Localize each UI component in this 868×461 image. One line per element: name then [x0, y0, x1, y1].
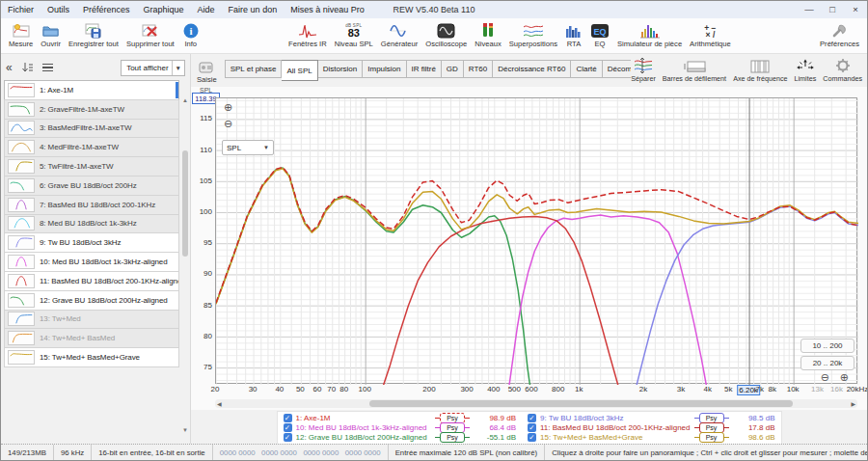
scrollbars-icon: [682, 58, 707, 73]
trace-checkbox[interactable]: ✓: [284, 414, 292, 422]
x-zoom-out-button[interactable]: ⊖: [821, 372, 829, 383]
minimize-button[interactable]: —: [798, 1, 821, 18]
rta-button[interactable]: RTA: [561, 19, 586, 53]
split-button[interactable]: Séparer: [631, 58, 656, 83]
preferences-button[interactable]: Préférences: [816, 19, 863, 53]
tab-distorsion[interactable]: Distorsion: [318, 60, 364, 78]
scroll-up-icon[interactable]: ▲: [181, 97, 189, 103]
scrollbar-thumb[interactable]: [182, 150, 188, 257]
save-all-button[interactable]: Enregistrer tout: [65, 19, 122, 53]
trace-checkbox[interactable]: ✓: [284, 433, 292, 442]
trace-checkbox[interactable]: ✓: [528, 433, 536, 442]
measurement-thumbnail: [8, 198, 35, 212]
freq-axis-button[interactable]: Axe de fréquence: [733, 58, 787, 83]
delete-all-button[interactable]: Supprimer tout: [122, 19, 178, 53]
spl-meter-button[interactable]: dB SPL83 Niveau SPL: [331, 19, 377, 53]
capture-button[interactable]: Saisie: [191, 57, 220, 84]
eq-button[interactable]: EQ EQ: [586, 19, 613, 53]
menu-item-aide[interactable]: Aide: [191, 1, 222, 18]
measurement-item-2[interactable]: 2: GraveFiltré-1M-axeTW: [4, 99, 179, 120]
measurement-item-4[interactable]: 4: MedFiltré-1M-axeTW: [4, 137, 179, 157]
info-button[interactable]: i Info: [178, 19, 203, 53]
tab-clart-[interactable]: Clarté: [571, 60, 602, 78]
x-tick-label: 20: [211, 385, 220, 393]
show-filter-dropdown[interactable]: Tout afficher ▼: [121, 60, 185, 76]
tab-d-croissance-rt60[interactable]: Décroissance RT60: [493, 60, 571, 78]
measurement-label: 7: BasMed BU 18dB/oct 200-1KHz: [40, 201, 155, 209]
measurement-item-11[interactable]: 11: BasMed BU 18dB/oct 200-1KHz-aligned: [4, 271, 179, 291]
menu-item-fichier[interactable]: Fichier: [1, 1, 41, 18]
graph-horizontal-scrollbar[interactable]: ◀ ▶: [215, 399, 857, 408]
measurement-item-15[interactable]: 15: Tw+Med+ BasMed+Grave: [4, 347, 179, 367]
sort-icon[interactable]: [21, 62, 34, 73]
x-zoom-in-button[interactable]: ⊕: [840, 372, 849, 383]
menu-item-faire-un-don[interactable]: Faire un don: [222, 1, 285, 18]
oscilloscope-button[interactable]: Oscilloscope: [421, 19, 471, 53]
measurement-item-8[interactable]: 8: Med BU 18dB/oct 1k-3kHz: [4, 214, 179, 234]
psy-smoothing-control[interactable]: Psy: [435, 432, 470, 443]
levels-button[interactable]: Niveaux: [471, 19, 504, 53]
scroll-right-icon[interactable]: ▶: [851, 400, 855, 407]
hscroll-thumb[interactable]: [369, 400, 794, 407]
menu-item-outils[interactable]: Outils: [41, 1, 76, 18]
trace-label: 11: BasMed BU 18dB/oct 200-1KHz-aligned: [540, 423, 691, 432]
measurement-item-14[interactable]: 14: Tw+Med+ BasMed: [4, 328, 179, 348]
maximize-button[interactable]: □: [821, 1, 844, 18]
measurement-item-6[interactable]: 6: Grave BU 18dB/oct 200Hz: [4, 176, 179, 196]
measurement-item-12[interactable]: 12: Grave BU 18dB/oct 200Hz-aligned: [4, 290, 179, 311]
ir-windows-button[interactable]: Fenêtres IR: [285, 19, 331, 53]
trace-cursor-value: 68.4 dB: [474, 423, 516, 432]
tab-ir-filtr-[interactable]: IR filtré: [407, 60, 442, 78]
scroll-left-icon[interactable]: ◀: [217, 400, 222, 407]
tab-d-composition[interactable]: Décomposition: [603, 60, 632, 78]
gear-icon: [835, 58, 851, 73]
range-20-20k-button[interactable]: 20 .. 20k: [800, 356, 854, 370]
measurement-item-13[interactable]: 13: Tw+Med: [4, 310, 179, 330]
x-tick-label: 80: [339, 385, 348, 393]
menu-icon[interactable]: [42, 62, 53, 74]
tab-spl-et-phase[interactable]: SPL et phase: [225, 60, 283, 78]
arithmetic-button[interactable]: + −× / Arithmétique: [686, 19, 735, 53]
tab-rt60[interactable]: RT60: [464, 60, 493, 78]
trace-checkbox[interactable]: ✓: [528, 414, 536, 422]
x-tick-label: 3k: [677, 385, 685, 393]
plot-area[interactable]: ⊕ ⊖ SPL ▼ 10 .. 200 20 .. 20k ⊖ ⊕: [215, 97, 857, 384]
psy-smoothing-control[interactable]: Psy: [694, 432, 729, 443]
tab-all-spl[interactable]: All SPL: [282, 60, 317, 81]
menu-item-pr-f-rences[interactable]: Préférences: [76, 1, 137, 18]
y-zoom-in-button[interactable]: ⊕: [224, 102, 232, 113]
collapse-sidebar-icon[interactable]: «: [6, 61, 13, 74]
measurement-thumbnail: [8, 140, 35, 154]
scrollbars-button[interactable]: Barres de défilement: [663, 58, 726, 83]
y-zoom-out-button[interactable]: ⊖: [224, 119, 232, 129]
measurement-item-3[interactable]: 3: BasMedFiltré-1M-axeTW: [4, 119, 179, 139]
trace-cursor-value: 98.5 dB: [733, 414, 775, 422]
trace-checkbox[interactable]: ✓: [528, 423, 536, 432]
measurement-label: 11: BasMed BU 18dB/oct 200-1KHz-aligned: [40, 277, 179, 285]
generator-button[interactable]: Générateur: [377, 19, 421, 53]
menu-item-mises-niveau-pro[interactable]: Mises à niveau Pro: [284, 1, 371, 18]
toolbar: Mesure Ouvrir Enregistrer tout Supprimer…: [1, 18, 867, 54]
limits-button[interactable]: Limites: [794, 58, 816, 83]
sidebar-scrollbar[interactable]: ▲ ▼: [181, 97, 189, 433]
room-sim-button[interactable]: Simulateur de pièce: [613, 19, 686, 53]
overlays-button[interactable]: Superpositions: [505, 19, 561, 53]
tab-impulsion[interactable]: Impulsion: [363, 60, 406, 78]
open-button[interactable]: Ouvrir: [37, 19, 65, 53]
measurement-item-9[interactable]: 9: Tw BU 18dB/oct 3kHz: [4, 232, 179, 253]
controls-button[interactable]: Commandes: [823, 58, 862, 83]
measure-button[interactable]: Mesure: [5, 19, 37, 53]
trace-checkbox[interactable]: ✓: [284, 423, 292, 432]
measurement-label: 1: Axe-1M: [40, 86, 73, 95]
measurement-item-5[interactable]: 5: TwFiltré-1M-axeTW: [4, 156, 179, 176]
y-tick-label: 85: [203, 301, 212, 310]
measurement-item-7[interactable]: 7: BasMed BU 18dB/oct 200-1KHz: [4, 195, 179, 215]
measurement-item-1[interactable]: 1: Axe-1M: [4, 80, 179, 100]
menu-item-graphique[interactable]: Graphique: [137, 1, 191, 18]
scroll-down-icon[interactable]: ▼: [181, 427, 189, 433]
y-axis-selector[interactable]: SPL ▼: [222, 140, 274, 155]
close-button[interactable]: ×: [844, 1, 867, 18]
measurement-item-10[interactable]: 10: Med BU 18dB/oct 1k-3kHz-aligned: [4, 252, 179, 272]
tab-gd[interactable]: GD: [442, 60, 464, 78]
range-10-200-button[interactable]: 10 .. 200: [800, 339, 854, 353]
